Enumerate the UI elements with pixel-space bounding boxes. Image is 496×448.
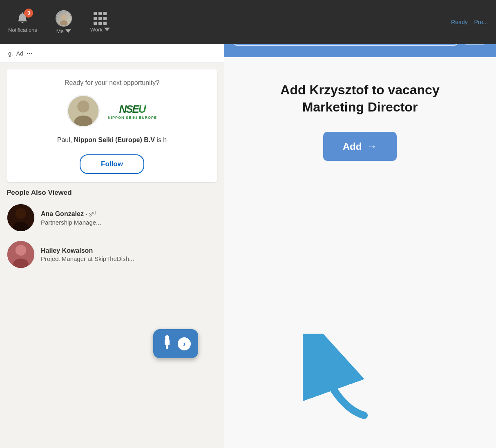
add-button[interactable]: Add → [323,132,397,161]
me-label-row: Me [56,28,71,34]
person-svg [7,203,34,232]
nav-work[interactable]: Work [90,12,110,33]
work-label-row: Work [90,27,110,33]
add-title-line1: Add Krzysztof to vacancy [280,82,439,97]
nav-me[interactable]: Me [49,10,78,34]
person-info: Ana Gonzalez • 3rd Partnership Manage... [41,210,217,225]
me-avatar-svg [57,12,70,25]
right-panel: Vacancy Marketing Director ▾ Add Krzyszt… [224,0,496,448]
work-dot [103,22,107,25]
pre-label: Pre... [474,19,488,25]
promo-desc-post: is h [155,136,167,143]
person-role: Project Manager at SkipTheDish... [41,255,217,262]
promo-person-svg [68,95,98,127]
person-name: Ana Gonzalez [41,211,84,218]
person-info: Hailey Kowalson Project Manager at SkipT… [41,247,217,262]
svg-point-3 [77,100,89,113]
svg-rect-13 [166,345,168,349]
avatar-image [56,11,71,26]
work-dot [94,17,97,20]
people-section-title: People Also Viewed [7,189,217,197]
ad-ellipsis[interactable]: ··· [27,49,33,58]
promo-description: Paul, Nippon Seiki (Europe) B.V is h [15,136,209,145]
svg-point-0 [61,14,66,20]
notification-icon-wrap: 3 [16,11,29,25]
ready-label: Ready [451,19,467,25]
person-avatar-img [7,241,34,268]
svg-point-9 [16,245,26,256]
work-dot [98,22,102,25]
person-avatar-ana [7,203,35,232]
work-grid-icon [94,12,107,25]
ad-label: Ad [16,50,23,57]
left-panel: g. Ad ··· Ready for your next opportunit… [0,44,224,448]
nav-notifications[interactable]: 3 Notifications [8,11,37,33]
company-full-name: NIPPON SEIKI EUROPE [108,116,157,120]
notification-badge: 3 [24,9,33,18]
work-dot [94,12,97,15]
work-chevron-icon [104,27,110,32]
ad-bar: g. Ad ··· [0,44,224,63]
svg-point-6 [16,208,26,219]
person-name: Hailey Kowalson [41,247,93,254]
svg-point-4 [74,116,92,127]
person-name-row: Hailey Kowalson [41,247,217,254]
add-vacancy-title: Add Krzysztof to vacancy Marketing Direc… [280,82,439,116]
person-avatar-hailey [7,240,35,269]
floating-badge[interactable]: › [153,329,198,358]
work-dot [98,17,102,20]
work-dot [103,12,107,15]
promo-card: Ready for your next opportunity? NSEU NI… [7,69,217,182]
avatar [56,10,72,27]
promo-logos: NSEU NIPPON SEIKI EUROPE [15,95,209,127]
right-main-content: Add Krzysztof to vacancy Marketing Direc… [224,57,496,448]
badge-forward-icon[interactable]: › [178,337,191,350]
work-dot [98,12,102,15]
svg-point-1 [60,20,67,25]
list-item[interactable]: Ana Gonzalez • 3rd Partnership Manage... [7,203,217,232]
work-dot [94,22,97,25]
add-title-line2: Marketing Director [302,100,418,114]
company-logo-abbr: NSEU [119,103,145,116]
ad-prefix: g. [8,50,13,57]
person-degree: • 3rd [85,212,96,218]
work-dot [103,17,107,20]
promo-ready-text: Ready for your next opportunity? [15,79,209,87]
person-role: Partnership Manage... [41,219,217,226]
nav-ready: Ready Pre... [451,19,488,25]
top-navigation: 3 Notifications Me [0,0,496,44]
promo-desc-company: Nippon Seiki (Europe) B.V [74,136,155,143]
notifications-label: Notifications [8,27,37,33]
me-chevron-icon [65,28,71,34]
person-avatar-img [7,204,34,231]
company-logo: NSEU NIPPON SEIKI EUROPE [108,103,157,120]
promo-avatar [67,95,100,127]
person-walking-icon [161,335,174,350]
follow-button[interactable]: Follow [80,154,144,174]
me-label: Me [56,28,64,34]
list-item[interactable]: Hailey Kowalson Project Manager at SkipT… [7,240,217,269]
person-svg [7,240,34,269]
promo-desc-pre: Paul, [57,136,74,143]
badge-person-icon [161,335,174,352]
arrow-annotation-svg [303,334,376,423]
add-button-label: Add [343,141,362,152]
person-name-row: Ana Gonzalez • 3rd [41,210,217,218]
people-also-viewed-section: People Also Viewed Ana Gonzalez • 3rd Pa… [7,189,217,269]
add-button-arrow-icon: → [366,140,377,153]
work-label: Work [90,27,103,33]
